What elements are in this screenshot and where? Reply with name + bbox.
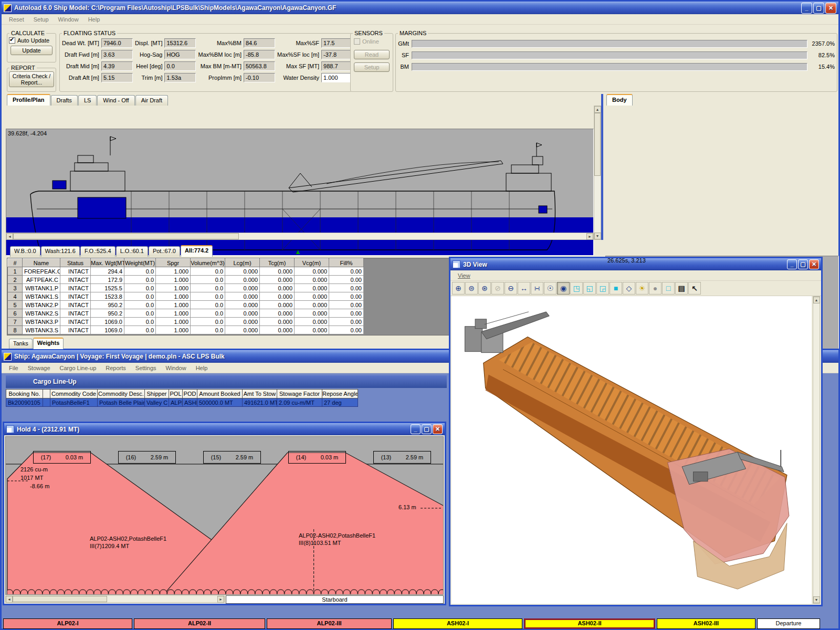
column-header[interactable]: Stowage Factor — [277, 390, 322, 398]
column-header[interactable]: Commodity Code — [50, 390, 98, 398]
zoom-previous-icon[interactable]: ⊘ — [491, 282, 504, 295]
view-tab[interactable]: Drafts — [51, 95, 78, 106]
tank-row[interactable]: 7 WBTANK3.P INTACT 1069.0 0.0 1.000 0.0 … — [8, 318, 364, 326]
pan-icon[interactable]: ↔ — [518, 282, 530, 295]
view-iso-ne-icon[interactable]: ◱ — [583, 282, 596, 295]
scroll-right-icon[interactable]: ► — [586, 233, 593, 240]
menu-item[interactable]: Setup — [29, 15, 53, 24]
criteria-check-button[interactable]: Criteria Check / Report... — [9, 71, 54, 87]
transparency-icon[interactable]: □ — [662, 282, 675, 295]
scroll-up-icon[interactable]: ▲ — [594, 106, 601, 113]
tank-tab[interactable]: L.O.:60.1 — [116, 246, 148, 257]
view3d-canvas[interactable] — [452, 296, 812, 604]
column-header[interactable]: Amt To Stow — [243, 390, 277, 398]
tank-tab[interactable]: F.O.:525.4 — [80, 246, 116, 257]
stow-tab-alp02-3[interactable]: ALP02-III — [267, 618, 392, 629]
hold-title-bar[interactable]: Hold 4 - (2312.91 MT) _ ▢ ✕ — [4, 423, 445, 435]
minimize-button[interactable]: _ — [801, 3, 812, 14]
menu-item[interactable]: Reports — [101, 364, 130, 372]
print-icon[interactable]: ▤ — [675, 282, 688, 295]
light-icon[interactable]: ☀ — [636, 282, 648, 295]
tank-row[interactable]: 2 AFTPEAK.C INTACT 172.9 0.0 1.000 0.0 0… — [8, 276, 364, 284]
hold-minimize-button[interactable]: _ — [411, 424, 421, 434]
menu-item[interactable]: Settings — [131, 364, 161, 372]
zoom-in-icon[interactable]: ⊕ — [452, 282, 465, 295]
wireframe-view-icon[interactable]: ◇ — [623, 282, 635, 295]
auto-update-checkbox[interactable] — [9, 37, 15, 44]
menu-item[interactable]: Window — [54, 15, 83, 24]
orbit-free-icon[interactable]: ◉ — [557, 282, 570, 295]
stow-tab-ash02-3[interactable]: ASH02-III — [657, 618, 755, 629]
tank-tab[interactable]: Wash:121.6 — [41, 246, 80, 257]
tank-row[interactable]: 8 WBTANK3.S INTACT 1069.0 0.0 1.000 0.0 … — [8, 326, 364, 334]
column-header[interactable]: Tcg(m) — [260, 259, 295, 267]
menu-item[interactable]: Help — [192, 364, 212, 372]
view-tab[interactable]: Wind - Off — [97, 95, 134, 106]
view-tab[interactable]: Profile/Plan — [7, 94, 50, 106]
stow-tab-ash02-2[interactable]: ASH02-II — [524, 618, 655, 629]
hold-canvas[interactable]: (17)0.03 m (16)2.59 m (15)2.59 m (14)0.0… — [5, 436, 444, 595]
bottom-tab[interactable]: Weights — [33, 338, 64, 349]
scroll-down-icon[interactable]: ▼ — [594, 233, 601, 239]
solid-view-icon[interactable]: ■ — [610, 282, 622, 295]
walk-view-icon[interactable]: ∺ — [531, 282, 543, 295]
view3d-vscrollbar[interactable]: ▲ ▼ — [813, 296, 820, 604]
scroll-up-icon[interactable]: ▲ — [813, 297, 820, 303]
hold-maximize-button[interactable]: ▢ — [422, 424, 432, 434]
view-tab[interactable]: LS — [78, 95, 97, 106]
zoom-extents-icon[interactable]: ⊛ — [478, 282, 491, 295]
hold-hscrollbar[interactable]: ◄ ► — [5, 595, 225, 603]
column-header[interactable]: Status — [60, 259, 91, 267]
column-header[interactable]: Volume(m^3) — [191, 259, 225, 267]
tank-tab[interactable]: Pot.:67.0 — [149, 246, 180, 257]
zoom-out-icon[interactable]: ⊖ — [505, 282, 517, 295]
tank-row[interactable]: 5 WBTANK2.P INTACT 950.2 0.0 1.000 0.0 0… — [8, 301, 364, 309]
view3d-minimize-button[interactable]: _ — [787, 259, 797, 269]
pane-splitter[interactable] — [601, 94, 603, 240]
column-header[interactable]: Repose Angle — [322, 390, 358, 398]
column-header[interactable]: # — [8, 259, 23, 267]
menu-item[interactable]: Cargo Line-up — [56, 364, 101, 372]
status-value[interactable]: -37.8 — [321, 50, 353, 59]
tank-row[interactable]: 3 WBTANK1.P INTACT 1525.5 0.0 1.000 0.0 … — [8, 284, 364, 292]
status-value[interactable]: 1.000 — [321, 73, 353, 82]
tank-row[interactable]: 6 WBTANK2.S INTACT 950.2 0.0 1.000 0.0 0… — [8, 309, 364, 318]
column-header[interactable]: Commodity Desc. — [98, 390, 145, 398]
update-button[interactable]: Update — [10, 46, 52, 55]
view-tab[interactable]: Air Draft — [135, 95, 168, 106]
hold-close-button[interactable]: ✕ — [433, 424, 443, 434]
column-header[interactable]: POD — [183, 390, 197, 398]
menu-item[interactable]: File — [5, 364, 23, 372]
scroll-left-icon[interactable]: ◄ — [6, 233, 13, 240]
column-header[interactable]: Spgr — [156, 259, 191, 267]
view3d-maximize-button[interactable]: ▢ — [798, 259, 808, 269]
body-tab[interactable]: Body — [606, 94, 633, 106]
menu-item[interactable]: Help — [84, 15, 104, 24]
bottom-tab[interactable]: Tanks — [9, 339, 33, 349]
profile-vscrollbar[interactable]: ▲ ▼ — [594, 106, 601, 240]
view3d-close-button[interactable]: ✕ — [809, 259, 819, 269]
tank-tab[interactable]: All:774.2 — [181, 245, 213, 257]
cargo-row[interactable]: Bk20090105 PotashBelleF1 Potash Belle Pl… — [6, 398, 358, 407]
zoom-dynamic-icon[interactable]: ⊜ — [465, 282, 478, 295]
view-menu[interactable]: View — [454, 271, 475, 280]
column-header[interactable]: Fill% — [329, 259, 364, 267]
menu-item[interactable]: Reset — [5, 15, 28, 24]
view-iso-nw-icon[interactable]: ◳ — [570, 282, 583, 295]
close-button[interactable]: ✕ — [825, 3, 836, 14]
scroll-right-icon[interactable]: ► — [217, 596, 224, 603]
stow-tab-alp02-2[interactable]: ALP02-II — [134, 618, 265, 629]
auto-update-row[interactable]: Auto Update — [7, 36, 56, 44]
tank-row[interactable]: 4 WBTANK1.S INTACT 1523.8 0.0 1.000 0.0 … — [8, 292, 364, 301]
pointer-icon[interactable]: ↖ — [688, 282, 701, 295]
column-header[interactable]: Booking No. — [6, 390, 43, 398]
maximize-button[interactable]: ▢ — [813, 3, 824, 14]
view-iso-se-icon[interactable]: ◲ — [596, 282, 609, 295]
main-title-bar[interactable]: Autoload 6.0 Ship Model: C:\Program File… — [2, 2, 838, 14]
status-value[interactable]: 988.7 — [321, 61, 353, 71]
menu-item[interactable]: Window — [162, 364, 191, 372]
column-header[interactable]: Amount Booked — [197, 390, 243, 398]
column-header[interactable] — [43, 390, 50, 398]
scroll-left-icon[interactable]: ◄ — [6, 596, 13, 603]
column-header[interactable]: Max. Wgt(MT) — [91, 259, 124, 267]
